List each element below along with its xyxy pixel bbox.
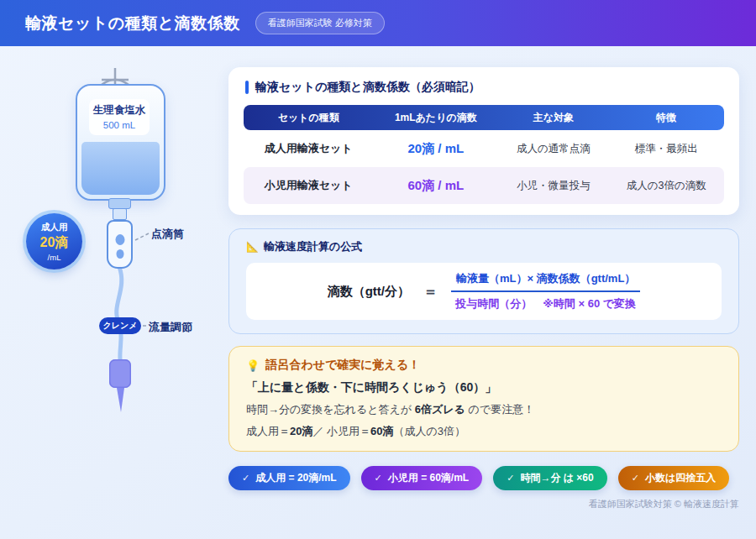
exam-badge: 看護師国家試験 必修対策: [255, 12, 385, 34]
key-point-label: 小数は四捨五入: [645, 471, 716, 485]
key-point-child: ✓ 小児用 = 60滴/mL: [361, 466, 483, 490]
tube-connector: [109, 359, 131, 388]
summary-text: ／ 小児用＝: [312, 425, 370, 437]
formula-box: 滴数（gtt/分） ＝ 輸液量（mL）× 滴数係数（gtt/mL） 投与時間（分…: [246, 263, 722, 320]
drop-rate-cell: 60滴 / mL: [373, 178, 498, 194]
infographic: 輸液セットの種類と滴数係数 看護師国家試験 必修対策 生理食塩水 500 mL …: [0, 0, 756, 539]
check-icon: ✓: [242, 473, 249, 484]
lightbulb-icon: 💡: [246, 359, 260, 372]
iv-set-illustration: 生理食塩水 500 mL クレンメ 点滴筒 流量調節 成人用 20滴 /mL: [0, 46, 227, 516]
solution-volume: 500 mL: [89, 120, 150, 130]
key-points: ✓ 成人用 = 20滴/mL ✓ 小児用 = 60滴/mL ✓ 時間→分 は ×…: [228, 466, 729, 490]
header: 輸液セットの種類と滴数係数 看護師国家試験 必修対策: [0, 0, 756, 46]
formula-numerator: 輸液量（mL）× 滴数係数（gtt/mL）: [451, 271, 640, 292]
key-point-adult: ✓ 成人用 = 20滴/mL: [228, 466, 350, 490]
summary-bold: 20滴: [290, 425, 312, 437]
mnemonic-warning: 時間→分の変換を忘れると答えが 6倍ズレる ので要注意！: [246, 402, 722, 417]
drip-table-card: 輸液セットの種類と滴数係数（必須暗記） セットの種類 1mLあたりの滴数 主な対…: [228, 67, 739, 215]
table-row: 小児用輸液セット 60滴 / mL 小児・微量投与 成人の3倍の滴数: [244, 167, 724, 204]
warning-text: ので要注意！: [465, 403, 534, 416]
mnemonic-phrase: 「上に量と係数・下に時間ろくじゅう（60）」: [246, 380, 722, 395]
needle: [117, 388, 124, 412]
formula-card: 📐 輸液速度計算の公式 滴数（gtt/分） ＝ 輸液量（mL）× 滴数係数（gt…: [228, 228, 739, 334]
column-header: 主な対象: [498, 111, 609, 125]
page-title: 輸液セットの種類と滴数係数: [25, 13, 240, 34]
adult-coefficient-badge: 成人用 20滴 /mL: [26, 213, 82, 270]
feature-cell: 標準・最頻出: [609, 142, 724, 156]
table-header-row: セットの種類 1mLあたりの滴数 主な対象 特徴: [244, 105, 724, 130]
bag-port-neck: [113, 208, 127, 220]
formula-card-header: 📐 輸液速度計算の公式: [246, 239, 722, 254]
iv-bag-liquid: [81, 142, 160, 195]
iv-bag-label: 生理食塩水 500 mL: [89, 99, 150, 135]
summary-text: （成人の3倍）: [394, 425, 466, 437]
key-point-label: 時間→分 は ×60: [520, 471, 593, 485]
summary-bold: 60滴: [370, 425, 393, 437]
solution-name: 生理食塩水: [89, 103, 150, 118]
key-point-label: 成人用 = 20滴/mL: [255, 471, 336, 485]
table-card-header: 輸液セットの種類と滴数係数（必須暗記）: [245, 80, 722, 95]
footer-credit: 看護師国家試験対策 © 輸液速度計算: [589, 498, 739, 510]
target-cell: 小児・微量投与: [498, 179, 609, 193]
formula-denominator: 投与時間（分） ※時間 × 60 で変換: [451, 292, 640, 311]
drip-chamber: [107, 220, 133, 269]
formula-fraction: 輸液量（mL）× 滴数係数（gtt/mL） 投与時間（分） ※時間 × 60 で…: [451, 271, 640, 311]
check-icon: ✓: [632, 473, 639, 484]
table-row: 成人用輸液セット 20滴 / mL 成人の通常点滴 標準・最頻出: [244, 130, 724, 167]
badge-drops: 20滴: [40, 234, 69, 252]
column-header: セットの種類: [244, 111, 373, 125]
warning-text: 時間→分の変換を忘れると答えが: [246, 403, 415, 416]
feature-cell: 成人の3倍の滴数: [609, 179, 724, 193]
roller-clamp: クレンメ: [99, 317, 141, 334]
column-header: 1mLあたりの滴数: [373, 111, 498, 125]
drop-rate-cell: 20滴 / mL: [373, 141, 498, 157]
set-type-cell: 成人用輸液セット: [244, 141, 373, 156]
drip-rate-table: セットの種類 1mLあたりの滴数 主な対象 特徴 成人用輸液セット 20滴 / …: [244, 105, 724, 204]
chamber-pointer-line: [135, 233, 149, 240]
equals-sign: ＝: [423, 282, 438, 301]
drip-drop-icon: [116, 249, 123, 259]
drip-chamber-label: 点滴筒: [151, 227, 184, 242]
flow-control-label: 流量調節: [149, 320, 192, 335]
check-icon: ✓: [507, 473, 514, 484]
summary-text: 成人用＝: [246, 425, 290, 437]
mnemonic-card: 💡 語呂合わせで確実に覚える！ 「上に量と係数・下に時間ろくじゅう（60）」 時…: [228, 346, 739, 452]
iv-tube: [117, 267, 122, 359]
mnemonic-card-header: 💡 語呂合わせで確実に覚える！: [246, 358, 722, 373]
table-card-title: 輸液セットの種類と滴数係数（必須暗記）: [255, 80, 480, 95]
target-cell: 成人の通常点滴: [498, 142, 609, 156]
badge-audience: 成人用: [41, 222, 68, 233]
check-icon: ✓: [375, 473, 382, 484]
column-header: 特徴: [609, 111, 724, 125]
key-point-rounding: ✓ 小数は四捨五入: [618, 466, 730, 490]
warning-bold: 6倍ズレる: [415, 403, 465, 416]
iv-bag: 生理食塩水 500 mL: [76, 84, 165, 201]
formula-card-title: 輸液速度計算の公式: [264, 239, 362, 254]
mnemonic-card-title: 語呂合わせで確実に覚える！: [265, 358, 420, 373]
drip-drop-icon: [115, 234, 124, 245]
accent-bar: [245, 81, 249, 94]
mnemonic-summary: 成人用＝20滴／ 小児用＝60滴（成人の3倍）: [246, 424, 722, 439]
badge-unit: /mL: [48, 253, 61, 262]
set-type-cell: 小児用輸液セット: [244, 178, 373, 193]
triangle-ruler-icon: 📐: [246, 241, 259, 253]
key-point-label: 小児用 = 60滴/mL: [388, 471, 469, 485]
formula-result: 滴数（gtt/分）: [328, 284, 410, 300]
key-point-time: ✓ 時間→分 は ×60: [493, 466, 607, 490]
